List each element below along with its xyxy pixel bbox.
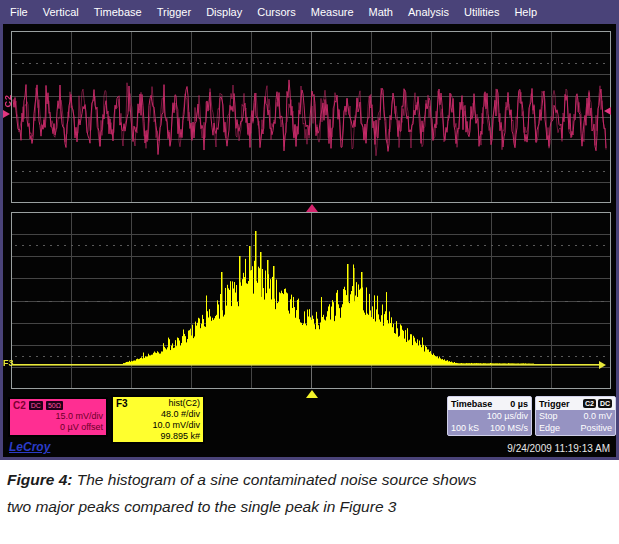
trigger-title: Trigger (539, 398, 570, 410)
timebase-samples: 100 kS (451, 422, 479, 434)
menu-item-measure[interactable]: Measure (311, 6, 354, 18)
f3-mv-per-div: 10.0 mV/div (116, 420, 200, 431)
oscilloscope-screenshot: FileVerticalTimebaseTriggerDisplayCursor… (0, 0, 619, 460)
trigger-slope: Positive (580, 422, 612, 434)
trigger-kind: Edge (539, 422, 560, 434)
trigger-panel[interactable]: Trigger C2 DC Stop0.0 mV EdgePositive (535, 396, 616, 436)
trigger-level: 0.0 mV (583, 410, 612, 422)
menu-item-analysis[interactable]: Analysis (408, 6, 449, 18)
menu-bar: FileVerticalTimebaseTriggerDisplayCursor… (0, 0, 619, 24)
menu-item-math[interactable]: Math (369, 6, 393, 18)
c2-descriptor-box[interactable]: C2 DC 50Ω 15.0 mV/div 0 µV offset (8, 397, 108, 437)
trigger-coupling-badge: DC (598, 399, 612, 408)
histogram-center-marker-icon[interactable] (306, 390, 318, 398)
c2-trace-label: C2 (3, 94, 13, 108)
timebase-per-div: 100 µs/div (487, 410, 528, 422)
timebase-panel[interactable]: Timebase 0 µs 100 µs/div 100 kS100 MS/s (447, 396, 532, 436)
f3-function: hist(C2) (168, 398, 200, 409)
f3-box-title: F3 (116, 398, 128, 409)
f3-counts-per-div: 48.0 #/div (116, 409, 200, 420)
timebase-rate: 100 MS/s (490, 422, 528, 434)
lecroy-logo: LeCroy (9, 440, 50, 454)
c2-ground-marker-icon[interactable] (3, 110, 10, 118)
c2-offset: 0 µV offset (13, 422, 103, 433)
f3-descriptor-box[interactable]: F3 hist(C2) 48.0 #/div 10.0 mV/div 99.89… (111, 395, 205, 444)
f3-trace-label: F3 (3, 358, 14, 368)
figure-page: FileVerticalTimebaseTriggerDisplayCursor… (0, 0, 619, 544)
menu-item-display[interactable]: Display (206, 6, 242, 18)
trigger-source-badge: C2 (583, 399, 596, 408)
trigger-mode: Stop (539, 410, 558, 422)
menu-item-timebase[interactable]: Timebase (94, 6, 142, 18)
menu-item-vertical[interactable]: Vertical (43, 6, 79, 18)
datetime-status: 9/24/2009 11:19:13 AM (507, 443, 610, 454)
menu-item-utilities[interactable]: Utilities (464, 6, 499, 18)
histogram-grid (11, 212, 611, 389)
c2-waveform-grid (11, 31, 611, 203)
c2-impedance-badge: 50Ω (46, 401, 63, 410)
timebase-offset: 0 µs (510, 398, 528, 410)
figure-caption-body: The histogram of a sine contaminated noi… (7, 471, 477, 515)
c2-coupling-badge: DC (29, 401, 43, 410)
timebase-title: Timebase (451, 398, 492, 410)
menu-item-cursors[interactable]: Cursors (257, 6, 296, 18)
f3-population: 99.895 k# (116, 431, 200, 442)
scope-screen: C2 F3 C2 DC 50Ω 15.0 mV/div 0 µV offset … (3, 24, 616, 457)
figure-caption-prefix: Figure 4: (7, 471, 72, 488)
menu-item-help[interactable]: Help (514, 6, 537, 18)
c2-volts-per-div: 15.0 mV/div (13, 411, 103, 422)
figure-caption: Figure 4: The histogram of a sine contam… (7, 466, 477, 520)
c2-box-title: C2 (13, 400, 26, 411)
trigger-time-marker-icon[interactable] (306, 204, 318, 212)
menu-item-file[interactable]: File (10, 6, 28, 18)
c2-level-marker-icon[interactable] (604, 107, 611, 115)
menu-item-trigger[interactable]: Trigger (157, 6, 191, 18)
